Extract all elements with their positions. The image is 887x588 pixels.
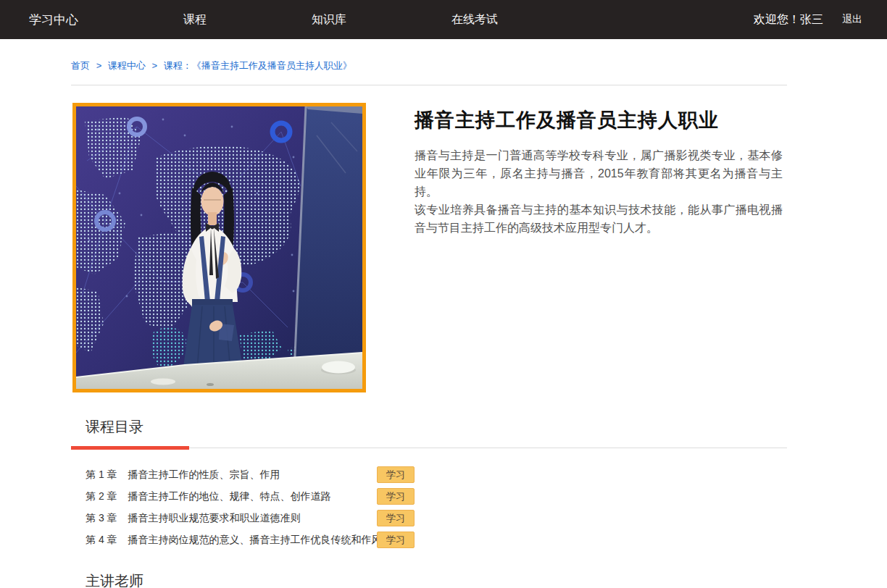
course-title: 播音主持工作及播音员主持人职业 xyxy=(415,107,783,133)
study-button-chapter-2[interactable]: 学习 xyxy=(377,488,415,505)
course-cover-image xyxy=(72,103,366,392)
study-button-chapter-1[interactable]: 学习 xyxy=(377,466,415,483)
teacher-section: 主讲老师 xyxy=(71,571,787,588)
studio-wall xyxy=(293,106,362,389)
chapter-title: 播音主持工作的性质、宗旨、作用 xyxy=(128,469,280,480)
catalog-heading: 课程目录 xyxy=(86,417,787,448)
catalog-section-head: 课程目录 xyxy=(71,417,787,448)
welcome-text: 欢迎您！张三 xyxy=(754,12,823,28)
chapter-row-2: 第 2 章 播音主持工作的地位、规律、特点、创作道路 学习 xyxy=(86,488,787,510)
course-description-line-1: 播音与主持是一门普通高等学校专科专业，属广播影视类专业，基本修业年限为三年，原名… xyxy=(415,146,783,201)
nav-brand[interactable]: 学习中心 xyxy=(29,12,78,28)
chapter-list: 第 1 章 播音主持工作的性质、宗旨、作用 学习 第 2 章 播音主持工作的地位… xyxy=(71,466,787,553)
course-description-line-2: 该专业培养具备播音与主持的基本知识与技术技能，能从事广播电视播音与节目主持工作的… xyxy=(415,201,783,237)
nav-user-area: 欢迎您！张三 退出 xyxy=(754,12,887,28)
study-button-chapter-3[interactable]: 学习 xyxy=(377,510,415,526)
breadcrumb: 首页 > 课程中心 > 课程：《播音主持工作及播音员主持人职业》 xyxy=(71,39,787,85)
chapter-row-1: 第 1 章 播音主持工作的性质、宗旨、作用 学习 xyxy=(86,466,787,488)
top-nav: 学习中心 课程 知识库 在线考试 欢迎您！张三 退出 xyxy=(0,0,887,39)
breadcrumb-home[interactable]: 首页 xyxy=(71,60,90,71)
breadcrumb-current-course: 课程：《播音主持工作及播音员主持人职业》 xyxy=(164,60,352,71)
chapter-number: 第 1 章 xyxy=(86,469,117,480)
course-catalog: 课程目录 第 1 章 播音主持工作的性质、宗旨、作用 学习 第 2 章 播音主持… xyxy=(71,417,787,553)
nav-item-online-exam[interactable]: 在线考试 xyxy=(451,12,498,28)
course-info: 播音主持工作及播音员主持人职业 播音与主持是一门普通高等学校专科专业，属广播影视… xyxy=(415,103,783,392)
nav-item-courses[interactable]: 课程 xyxy=(183,12,207,28)
chapter-number: 第 2 章 xyxy=(86,490,117,502)
chapter-row-3: 第 3 章 播音主持职业规范要求和职业道德准则 学习 xyxy=(86,510,787,532)
chapter-title: 播音主持职业规范要求和职业道德准则 xyxy=(128,512,300,524)
course-hero: 播音主持工作及播音员主持人职业 播音与主持是一门普通高等学校专科专业，属广播影视… xyxy=(71,103,787,392)
catalog-heading-underline xyxy=(71,446,189,450)
chapter-title: 播音主持工作的地位、规律、特点、创作道路 xyxy=(128,490,330,502)
chapter-title: 播音主持岗位规范的意义、播音主持工作优良传统和作风 xyxy=(128,534,381,545)
breadcrumb-divider xyxy=(71,85,787,85)
breadcrumb-separator: > xyxy=(96,60,102,71)
chapter-row-4: 第 4 章 播音主持岗位规范的意义、播音主持工作优良传统和作风 学习 xyxy=(86,532,787,553)
nav-item-knowledge-base[interactable]: 知识库 xyxy=(312,12,346,28)
teacher-heading: 主讲老师 xyxy=(86,571,787,588)
logout-link[interactable]: 退出 xyxy=(842,13,862,26)
study-button-chapter-4[interactable]: 学习 xyxy=(377,532,415,548)
breadcrumb-course-center[interactable]: 课程中心 xyxy=(108,60,146,71)
breadcrumb-separator: > xyxy=(151,60,157,71)
chapter-number: 第 4 章 xyxy=(86,534,117,545)
chapter-number: 第 3 章 xyxy=(86,512,117,524)
page-content: 首页 > 课程中心 > 课程：《播音主持工作及播音员主持人职业》 xyxy=(71,39,787,588)
course-cover-illustration xyxy=(76,106,362,389)
